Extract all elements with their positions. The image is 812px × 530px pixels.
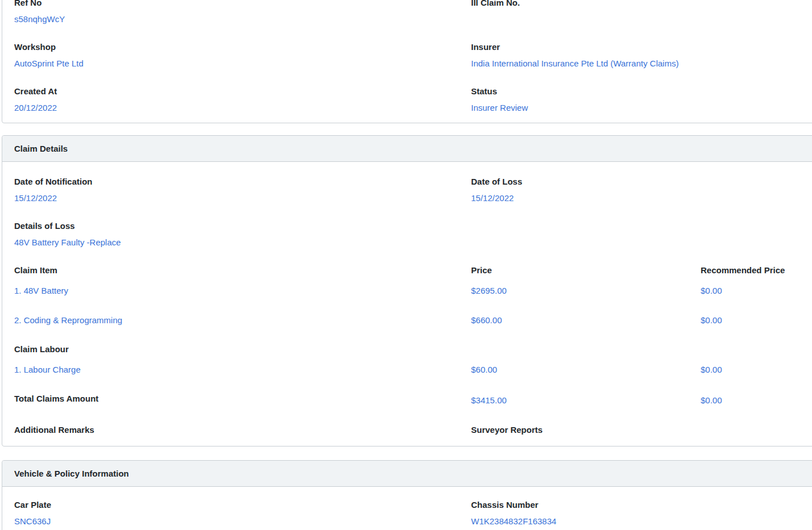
claim-labour-row: 1. Labour Charge $60.00 $0.00 [14, 364, 812, 375]
claim-labour-section-header: Claim Labour [14, 343, 812, 355]
claim-labour-recommended-price: $0.00 [701, 364, 812, 375]
claim-details-title: Claim Details [14, 144, 68, 153]
claim-item-row: 2. Coding & Reprogramming $660.00 $0.00 [14, 314, 812, 326]
field-status: Status Insurer Review [471, 85, 812, 114]
iii-claim-no-value [471, 13, 812, 25]
claim-details-card: Claim Details Date of Notification 15/12… [2, 135, 812, 446]
claim-details-header: Claim Details [2, 136, 812, 162]
vehicle-policy-header: Vehicle & Policy Information [2, 461, 812, 487]
car-plate-value: SNC636J [14, 515, 471, 527]
claim-item-name: 1. 48V Battery [14, 285, 471, 297]
insurer-label: Insurer [471, 41, 812, 53]
details-of-loss-value: 48V Battery Faulty -Replace [14, 236, 812, 248]
claim-labour-price: $60.00 [471, 364, 701, 375]
field-date-of-notification: Date of Notification 15/12/2022 [14, 176, 471, 204]
date-of-notification-value: 15/12/2022 [14, 192, 471, 204]
chassis-number-value: W1K2384832F163834 [471, 515, 812, 527]
vehicle-policy-title: Vehicle & Policy Information [14, 469, 129, 478]
vehicle-policy-body: Car Plate SNC636J Chassis Number W1K2384… [2, 487, 812, 530]
total-claims-row: Total Claims Amount $3415.00 $0.00 [14, 393, 812, 406]
claim-item-column-header: Claim Item [14, 264, 471, 276]
summary-row-workshop: Workshop AutoSprint Pte Ltd Insurer Indi… [14, 41, 812, 69]
status-label: Status [471, 85, 812, 97]
claim-item-price: $660.00 [471, 314, 701, 326]
status-value: Insurer Review [471, 102, 812, 114]
field-ref-no: Ref No s58nqhgWcY [14, 0, 471, 25]
total-claims-label: Total Claims Amount [14, 393, 471, 406]
price-column-header: Price [471, 264, 701, 276]
summary-row-created: Created At 20/12/2022 Status Insurer Rev… [14, 85, 812, 114]
date-of-loss-value: 15/12/2022 [471, 192, 812, 204]
additional-remarks-label: Additional Remarks [14, 424, 471, 436]
claim-details-body: Date of Notification 15/12/2022 Date of … [2, 162, 812, 446]
summary-row-ref: Ref No s58nqhgWcY III Claim No. [14, 0, 812, 25]
workshop-value: AutoSprint Pte Ltd [14, 57, 471, 69]
dates-row: Date of Notification 15/12/2022 Date of … [14, 176, 812, 204]
field-details-of-loss: Details of Loss 48V Battery Faulty -Repl… [14, 220, 812, 248]
chassis-number-label: Chassis Number [471, 499, 812, 511]
field-workshop: Workshop AutoSprint Pte Ltd [14, 41, 471, 69]
claim-item-recommended-price: $0.00 [701, 314, 812, 326]
details-of-loss-label: Details of Loss [14, 220, 812, 232]
ref-no-value: s58nqhgWcY [14, 13, 471, 25]
iii-claim-no-label: III Claim No. [471, 0, 812, 9]
claim-detail-page: Ref No s58nqhgWcY III Claim No. Workshop… [0, 0, 812, 530]
remarks-row: Additional Remarks Surveyor Reports [14, 424, 812, 436]
claim-item-name: 2. Coding & Reprogramming [14, 314, 471, 326]
claim-summary-card: Ref No s58nqhgWcY III Claim No. Workshop… [2, 0, 812, 123]
field-created-at: Created At 20/12/2022 [14, 85, 471, 114]
field-insurer: Insurer India International Insurance Pt… [471, 41, 812, 69]
total-claims-price: $3415.00 [471, 394, 701, 406]
claim-labour-name: 1. Labour Charge [14, 364, 471, 375]
vehicle-row: Car Plate SNC636J Chassis Number W1K2384… [14, 499, 812, 527]
claim-item-recommended-price: $0.00 [701, 285, 812, 297]
surveyor-reports-label: Surveyor Reports [471, 424, 812, 436]
claim-item-row: 1. 48V Battery $2695.00 $0.00 [14, 285, 812, 297]
date-of-notification-label: Date of Notification [14, 176, 471, 187]
claim-summary-body: Ref No s58nqhgWcY III Claim No. Workshop… [2, 0, 812, 123]
claim-items-header-row: Claim Item Price Recommended Price [14, 264, 812, 276]
recommended-price-column-header: Recommended Price [701, 264, 812, 276]
date-of-loss-label: Date of Loss [471, 176, 812, 187]
workshop-label: Workshop [14, 41, 471, 53]
insurer-value: India International Insurance Pte Ltd (W… [471, 57, 812, 69]
total-claims-recommended-price: $0.00 [701, 394, 812, 406]
ref-no-label: Ref No [14, 0, 471, 9]
claim-item-price: $2695.00 [471, 285, 701, 297]
field-date-of-loss: Date of Loss 15/12/2022 [471, 176, 812, 204]
field-chassis-number: Chassis Number W1K2384832F163834 [471, 499, 812, 527]
created-at-value: 20/12/2022 [14, 102, 471, 114]
field-iii-claim-no: III Claim No. [471, 0, 812, 25]
car-plate-label: Car Plate [14, 499, 471, 511]
created-at-label: Created At [14, 85, 471, 97]
vehicle-policy-card: Vehicle & Policy Information Car Plate S… [2, 460, 812, 530]
field-car-plate: Car Plate SNC636J [14, 499, 471, 527]
